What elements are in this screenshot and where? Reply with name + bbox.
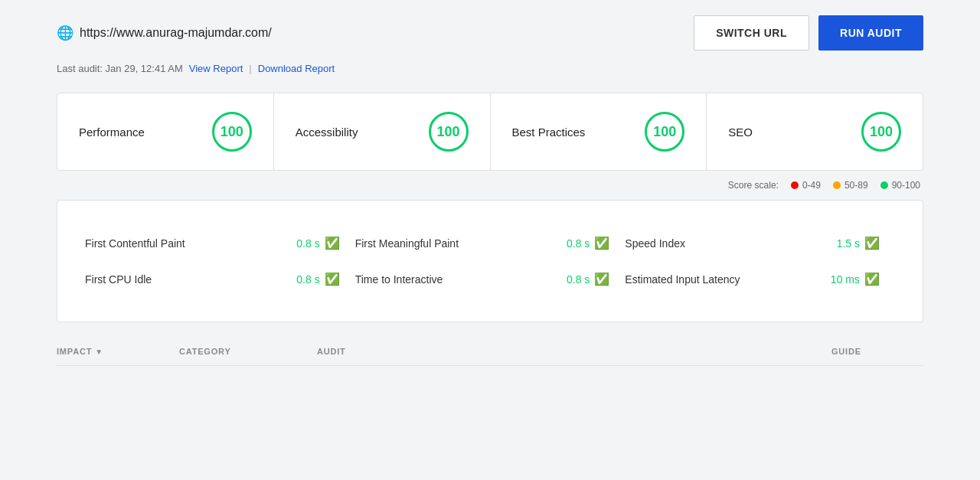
metric-item: First CPU Idle 0.8 s ✅	[85, 261, 355, 297]
metric-value: 0.8 s ✅	[567, 236, 609, 250]
scale-green: 90-100	[880, 180, 920, 191]
check-icon: ✅	[325, 272, 340, 286]
metric-value: 0.8 s ✅	[567, 272, 609, 286]
check-icon: ✅	[325, 236, 340, 250]
sub-header: Last audit: Jan 29, 12:41 AM View Report…	[57, 63, 923, 74]
scores-card: Performance 100 Accessibility 100 Best P…	[57, 93, 923, 171]
page-header: 🌐 https://www.anurag-majumdar.com/ SWITC…	[57, 15, 923, 51]
impact-label: IMPACT	[57, 347, 92, 356]
metrics-card: First Contentful Paint 0.8 s ✅ First Mea…	[57, 200, 923, 322]
score-label: Performance	[79, 126, 145, 139]
scale-green-range: 90-100	[892, 180, 920, 191]
check-icon: ✅	[594, 236, 609, 250]
green-dot	[880, 181, 888, 189]
check-icon: ✅	[864, 236, 880, 250]
th-audit: AUDIT	[317, 347, 831, 356]
metric-name: Time to Interactive	[355, 273, 443, 286]
metric-name: Estimated Input Latency	[625, 273, 740, 286]
scale-orange-range: 50-89	[844, 180, 868, 191]
chevron-down-icon: ▼	[95, 348, 103, 356]
scale-red: 0-49	[791, 180, 821, 191]
metric-value: 0.8 s ✅	[296, 272, 339, 286]
switch-url-button[interactable]: SWITCH URL	[694, 15, 809, 51]
th-impact: IMPACT ▼	[57, 347, 179, 356]
check-icon: ✅	[864, 272, 880, 286]
scale-orange: 50-89	[833, 180, 868, 191]
score-item: Accessibility 100	[274, 93, 491, 170]
metric-value: 10 ms ✅	[831, 272, 880, 286]
globe-icon: 🌐	[57, 24, 74, 41]
orange-dot	[833, 181, 841, 189]
score-circle: 100	[212, 112, 252, 152]
score-label: Best Practices	[512, 126, 586, 139]
table-header: IMPACT ▼ CATEGORY AUDIT GUIDE	[57, 347, 923, 366]
metric-name: First Contentful Paint	[85, 237, 185, 250]
score-circle: 100	[645, 112, 684, 152]
score-circle: 100	[429, 112, 469, 152]
last-audit-text: Last audit: Jan 29, 12:41 AM	[57, 63, 183, 74]
metrics-grid: First Contentful Paint 0.8 s ✅ First Mea…	[85, 225, 895, 297]
metric-item: First Meaningful Paint 0.8 s ✅	[355, 225, 626, 261]
score-item: Performance 100	[57, 93, 274, 170]
view-report-link[interactable]: View Report	[189, 63, 243, 74]
scale-label: Score scale:	[728, 180, 779, 191]
metric-item: Time to Interactive 0.8 s ✅	[355, 261, 626, 297]
url-display: https://www.anurag-majumdar.com/	[80, 26, 272, 40]
action-buttons: SWITCH URL RUN AUDIT	[694, 15, 923, 51]
url-section: 🌐 https://www.anurag-majumdar.com/	[57, 24, 272, 41]
separator: |	[249, 63, 251, 74]
score-item: Best Practices 100	[491, 93, 707, 170]
th-category: CATEGORY	[179, 347, 317, 356]
metric-name: Speed Index	[625, 237, 685, 250]
scale-red-range: 0-49	[802, 180, 821, 191]
red-dot	[791, 181, 799, 189]
metric-item: Speed Index 1.5 s ✅	[625, 225, 895, 261]
check-icon: ✅	[594, 272, 609, 286]
metric-name: First CPU Idle	[85, 273, 152, 286]
score-scale: Score scale: 0-49 50-89 90-100	[57, 180, 923, 191]
score-label: SEO	[728, 126, 753, 139]
metric-name: First Meaningful Paint	[355, 237, 459, 250]
metric-item: Estimated Input Latency 10 ms ✅	[625, 261, 895, 297]
metric-item: First Contentful Paint 0.8 s ✅	[85, 225, 355, 261]
metric-value: 1.5 s ✅	[837, 236, 880, 250]
score-label: Accessibility	[296, 126, 358, 139]
score-circle: 100	[861, 112, 901, 152]
metric-value: 0.8 s ✅	[296, 236, 339, 250]
download-report-link[interactable]: Download Report	[258, 63, 335, 74]
score-item: SEO 100	[707, 93, 923, 170]
run-audit-button[interactable]: RUN AUDIT	[818, 15, 923, 51]
th-guide: GUIDE	[831, 347, 923, 356]
